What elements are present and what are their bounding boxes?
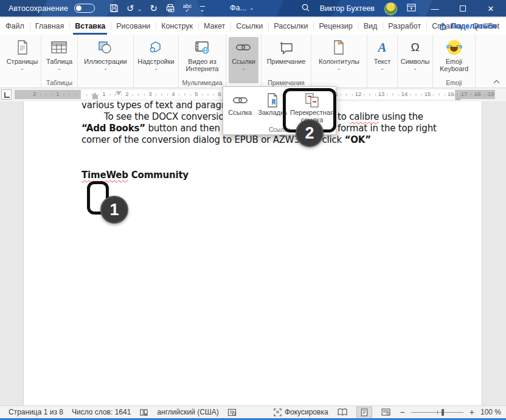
- online-video-icon: [195, 38, 210, 57]
- tab-файл[interactable]: Файл: [0, 18, 30, 35]
- ruler-tick: [179, 94, 180, 95]
- ruler-tick: [410, 94, 411, 95]
- ruler-number: 17: [461, 91, 468, 97]
- ruler-tick: [484, 94, 485, 95]
- print-layout-icon[interactable]: [356, 407, 372, 418]
- addins-button[interactable]: Надстройки ⌄: [134, 37, 177, 72]
- user-avatar[interactable]: [384, 2, 397, 15]
- ruler-tick: [474, 94, 475, 95]
- ruler-number: 6: [218, 91, 221, 97]
- ruler-tick: [393, 94, 393, 95]
- tab-рецензир[interactable]: Рецензир: [313, 18, 358, 35]
- collapse-ribbon-icon[interactable]: [494, 79, 499, 84]
- header-footer-button[interactable]: Колонтитулы ⌄: [316, 37, 362, 72]
- share-button[interactable]: Поделиться: [434, 19, 501, 33]
- document-page[interactable]: various types of text and paragrap To se…: [23, 102, 482, 405]
- ruler-tick: [63, 94, 64, 95]
- links-button[interactable]: Ссылки ⌄: [229, 37, 258, 83]
- focus-mode-button[interactable]: Фокусировка: [274, 408, 328, 416]
- ruler-tick: [92, 94, 93, 95]
- tab-selector[interactable]: [1, 89, 12, 100]
- comment-button[interactable]: Примечание: [264, 37, 309, 66]
- ruler-tick: [467, 94, 468, 95]
- bookmark-icon: [266, 92, 279, 109]
- illustrations-button[interactable]: Иллюстрации ⌄: [81, 37, 130, 72]
- ruler-tick: [46, 94, 47, 95]
- zoom-level[interactable]: 100 %: [480, 408, 501, 416]
- tab-вид[interactable]: Вид: [358, 18, 383, 35]
- ruler-tick: [454, 94, 455, 95]
- ruler-tick: [121, 94, 122, 95]
- document-title[interactable]: Фа... ⌄: [230, 4, 254, 12]
- zoom-slider-thumb[interactable]: [442, 409, 444, 416]
- ruler-number: 15: [425, 91, 431, 97]
- tab-конструк[interactable]: Конструк: [156, 18, 198, 35]
- ruler-number: 16: [448, 91, 454, 97]
- table-button[interactable]: Таблица ⌄: [43, 37, 75, 72]
- ruler-tick: [445, 94, 446, 95]
- tab-вставка[interactable]: Вставка: [69, 18, 111, 35]
- tab-рассылки[interactable]: Рассылки: [268, 18, 313, 35]
- tab-макет[interactable]: Макет: [198, 18, 230, 35]
- emoji-keyboard-button[interactable]: Emoji Keyboard: [433, 37, 475, 74]
- group-label-emoji: Emoji: [433, 79, 475, 86]
- group-label-tables: Таблицы: [41, 79, 77, 86]
- menu-item-link[interactable]: Ссылка: [224, 91, 256, 117]
- ribbon-group-emoji: Emoji Keyboard Emoji: [433, 35, 476, 88]
- ruler-number: 4: [172, 91, 175, 97]
- print-icon[interactable]: [165, 4, 175, 13]
- ruler-tick: [213, 94, 215, 95]
- ruler-tick: [387, 94, 388, 95]
- autosave-toggle[interactable]: [74, 4, 95, 13]
- document-area: various types of text and paragrap To se…: [0, 102, 506, 405]
- illustrations-icon: [98, 38, 113, 57]
- qat-customize-icon[interactable]: ⌄: [199, 6, 204, 11]
- word-count[interactable]: Число слов: 1641: [72, 408, 131, 416]
- pages-button[interactable]: Страницы ⌄: [4, 37, 41, 72]
- hanging-indent-marker[interactable]: [92, 95, 98, 99]
- zoom-in-button[interactable]: +: [470, 407, 474, 417]
- online-video-button[interactable]: Видео из Интернета: [179, 37, 226, 74]
- symbols-button[interactable]: Ω Символы ⌄: [398, 37, 433, 72]
- spellcheck-icon[interactable]: abc✓: [183, 4, 192, 13]
- ribbon-group-text: A Текст ⌄: [367, 35, 398, 88]
- text-button[interactable]: A Текст ⌄: [371, 37, 394, 72]
- save-icon[interactable]: [109, 4, 119, 13]
- ruler-number: 5: [195, 91, 198, 97]
- search-icon[interactable]: [301, 3, 310, 14]
- tab-рисовани[interactable]: Рисовани: [111, 18, 156, 35]
- annotation-badge-2: 2: [296, 119, 324, 147]
- page-indicator[interactable]: Страница 1 из 8: [9, 408, 63, 416]
- autosave-label: Автосохранение: [9, 4, 68, 13]
- zoom-slider[interactable]: [411, 412, 463, 413]
- undo-caret-icon[interactable]: ⌄: [137, 6, 142, 12]
- tab-ссылки[interactable]: Ссылки: [230, 18, 268, 35]
- ruler-number: 12: [355, 91, 362, 97]
- ruler-tick: [185, 94, 185, 95]
- ruler-tick: [190, 94, 192, 95]
- ribbon-group-addins: Надстройки ⌄: [134, 35, 179, 88]
- ribbon-display-options-icon[interactable]: [407, 4, 416, 13]
- web-layout-icon[interactable]: [378, 407, 394, 418]
- proofing-icon[interactable]: [139, 408, 148, 416]
- undo-icon[interactable]: ↺: [126, 3, 134, 14]
- ruler-tick: [156, 94, 157, 95]
- minimize-button[interactable]: —: [426, 4, 444, 13]
- ruler-tick: [364, 94, 365, 95]
- ruler-tick: [341, 94, 342, 95]
- redo-icon[interactable]: ↻: [150, 3, 158, 14]
- spellcheck-word: calibre: [349, 111, 379, 122]
- maximize-button[interactable]: [454, 4, 472, 13]
- zoom-out-button[interactable]: −: [400, 407, 405, 417]
- tab-разработ[interactable]: Разработ: [383, 18, 426, 35]
- read-mode-icon[interactable]: [334, 407, 350, 418]
- ruler-number: 1: [56, 91, 59, 97]
- ruler-tick: [75, 94, 76, 95]
- language-indicator[interactable]: английский (США): [157, 408, 218, 416]
- accessibility-icon[interactable]: [227, 408, 237, 416]
- tab-главная[interactable]: Главная: [30, 18, 70, 35]
- doc-heading: TimeWeb Community: [81, 170, 189, 181]
- close-button[interactable]: ✕: [482, 4, 500, 13]
- ribbon-group-tables: Таблица ⌄ Таблицы: [41, 35, 78, 88]
- user-name[interactable]: Виктор Бухтеев: [320, 4, 375, 13]
